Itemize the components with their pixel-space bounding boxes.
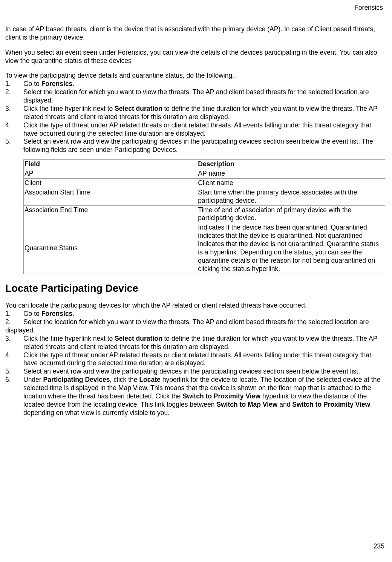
- fields-table: Field Description AP AP name Client Clie…: [23, 159, 385, 274]
- list1-item-4: Click the type of threat under AP relate…: [5, 121, 385, 138]
- locate-term: Locate: [139, 376, 160, 383]
- list2-item-5: Select an event row and view the partici…: [5, 368, 385, 376]
- table-row: Association End Time Time of end of asso…: [24, 205, 385, 223]
- select-duration-term: Select duration: [115, 335, 162, 342]
- switch-to-proximity-view-term: Switch to Proximity View: [182, 392, 260, 400]
- list2-line-1: 1.Go to Forensics.: [5, 310, 385, 318]
- page-body: Forensics In case of AP based threats, c…: [0, 0, 392, 417]
- switch-to-map-view-term: Switch to Map View: [216, 401, 277, 408]
- list2-item-3: Click the time hyperlink next to Select …: [5, 335, 385, 351]
- cell-field: Client: [24, 178, 197, 188]
- table-row: AP AP name: [24, 169, 385, 179]
- procedure-list-2: 1.Go to Forensics. 2.Select the location…: [5, 310, 385, 335]
- intro-para-2: When you select an event seen under Fore…: [5, 49, 385, 65]
- switch-to-proximity-view-term: Switch to Proximity View: [292, 401, 370, 408]
- cell-desc: AP name: [197, 169, 385, 179]
- cell-field: Quarantine Status: [24, 223, 197, 274]
- intro-para-1: In case of AP based threats, client is t…: [5, 25, 385, 42]
- section2-intro: You can locate the participating devices…: [5, 302, 385, 310]
- cell-desc: Indicates if the device has been quarant…: [197, 223, 385, 274]
- list1-item-3: Click the time hyperlink next to Select …: [5, 105, 385, 121]
- cell-desc: Client name: [197, 178, 385, 188]
- page-number: 235: [374, 542, 384, 551]
- forensics-term: Forensics: [41, 310, 73, 317]
- list2-line-2: 2.Select the location for which you want…: [5, 318, 385, 335]
- th-description: Description: [197, 160, 385, 169]
- cell-desc: Start time when the primary device assoc…: [197, 188, 385, 205]
- forensics-term: Forensics: [41, 80, 73, 87]
- cell-field: Association Start Time: [24, 188, 197, 205]
- cell-field: AP: [24, 169, 197, 179]
- header-section-name: Forensics: [5, 4, 385, 12]
- cell-desc: Time of end of association of primary de…: [197, 205, 385, 223]
- procedure-list-1: Go to Forensics. Select the location for…: [5, 80, 385, 154]
- table-header-row: Field Description: [24, 160, 385, 169]
- list2-item-6: Under Participating Devices, click the L…: [5, 376, 385, 417]
- list1-item-5: Select an event row and view the partici…: [5, 138, 385, 154]
- table-row: Quarantine Status Indicates if the devic…: [24, 223, 385, 274]
- cell-field: Association End Time: [24, 205, 197, 223]
- list2-item-4: Click the type of threat under AP relate…: [5, 351, 385, 368]
- table-row: Association Start Time Start time when t…: [24, 188, 385, 205]
- procedure-list-2b: Click the time hyperlink next to Select …: [5, 335, 385, 417]
- list1-item-2: Select the location for which you want t…: [5, 88, 385, 105]
- participating-devices-term: Participating Devices: [43, 376, 110, 383]
- locate-participating-device-heading: Locate Participating Device: [5, 282, 385, 295]
- th-field: Field: [24, 160, 197, 169]
- select-duration-term: Select duration: [115, 105, 162, 112]
- table-row: Client Client name: [24, 178, 385, 188]
- list1-item-1: Go to Forensics.: [5, 80, 385, 88]
- intro-para-3: To view the participating device details…: [5, 72, 385, 80]
